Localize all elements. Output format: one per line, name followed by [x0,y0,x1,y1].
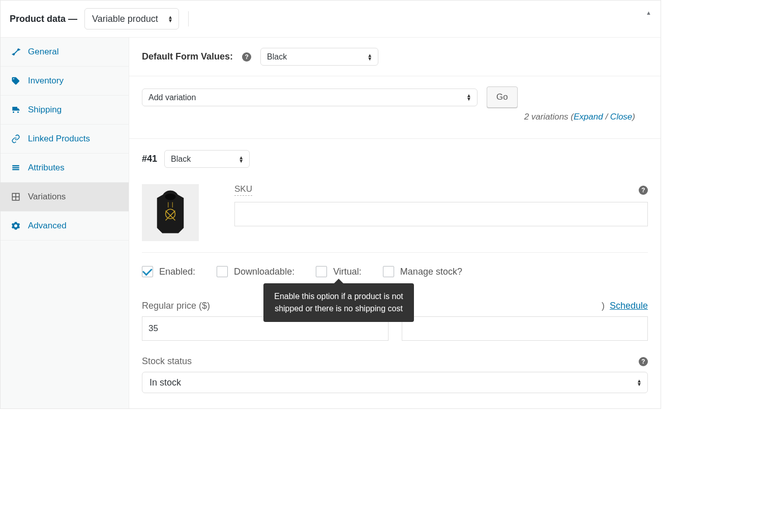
virtual-label: Virtual: [333,267,362,277]
wrench-icon [11,47,21,57]
manage-stock-checkbox[interactable] [383,266,394,277]
sale-price-suffix: ) [602,301,605,311]
collapse-icon[interactable]: ▲ [646,10,651,16]
tag-icon [11,76,21,86]
default-form-select[interactable]: Black [260,48,378,66]
tab-variations-label: Variations [28,192,66,202]
divider [142,252,648,253]
variation-action-select[interactable]: Add variation [142,88,478,106]
list-icon [11,163,21,173]
tab-advanced-label: Advanced [28,221,67,231]
virtual-checkbox[interactable] [316,266,327,277]
schedule-link[interactable]: Schedule [610,301,648,311]
truck-icon [11,105,21,115]
manage-stock-label: Manage stock? [400,267,462,277]
variation-summary: 2 variations (Expand / Close) [142,108,648,122]
sku-input[interactable] [234,202,648,226]
content-panel: Default Form Values: ? Black ▲▼ Add vari… [129,38,661,408]
panel-title: Product data — [10,14,77,24]
tab-shipping[interactable]: Shipping [1,96,129,125]
downloadable-label: Downloadable: [234,267,294,277]
sale-price-input[interactable] [402,316,648,341]
expand-link[interactable]: Expand [574,112,603,122]
tab-general-label: General [28,47,58,57]
panel-header: Product data — Variable product ▲▼ ▲ [1,1,661,38]
tab-linked-products[interactable]: Linked Products [1,125,129,154]
tab-variations[interactable]: Variations [1,183,129,212]
virtual-tooltip: Enable this option if a product is not s… [263,283,414,322]
svg-point-1 [165,194,176,200]
divider [188,11,189,26]
sidebar-tabs: General Inventory Shipping Linked Produc… [1,38,129,408]
tab-attributes-label: Attributes [28,163,65,173]
stock-status-label: Stock status [142,356,192,367]
variation-image[interactable] [142,184,199,241]
variation-count: 2 variations [524,112,569,122]
enabled-label: Enabled: [159,267,195,277]
variation-id: #41 [142,154,157,164]
go-button[interactable]: Go [487,86,518,108]
downloadable-checkbox[interactable] [217,266,228,277]
tab-inventory[interactable]: Inventory [1,67,129,96]
enabled-checkbox[interactable] [142,266,153,277]
variation-header[interactable]: #41 Black ▲▼ [129,139,661,179]
tab-advanced[interactable]: Advanced [1,212,129,241]
tab-inventory-label: Inventory [28,76,64,86]
link-icon [11,134,21,144]
sku-label: SKU [234,184,252,196]
help-icon[interactable]: ? [242,52,251,62]
product-type-select[interactable]: Variable product [84,8,179,29]
close-link[interactable]: Close [610,112,632,122]
help-icon[interactable]: ? [639,186,648,195]
help-icon[interactable]: ? [639,357,648,366]
grid-icon [11,192,21,202]
default-form-label: Default Form Values: [142,51,233,62]
tab-attributes[interactable]: Attributes [1,154,129,183]
tab-linked-label: Linked Products [28,134,90,144]
hoodie-icon [149,187,192,238]
variation-attribute-select[interactable]: Black [164,150,250,168]
stock-status-select[interactable]: In stock [142,372,648,393]
tab-general[interactable]: General [1,38,129,67]
gear-icon [11,221,21,231]
tab-shipping-label: Shipping [28,105,62,115]
